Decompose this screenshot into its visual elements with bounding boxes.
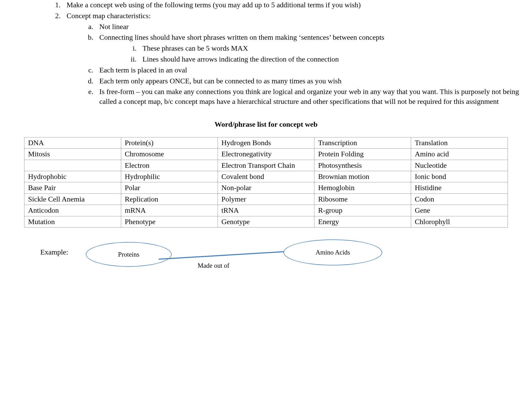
sub-d: Each term only appears ONCE, but can be … xyxy=(95,76,522,86)
table-cell: Transcription xyxy=(314,137,411,148)
table-cell: R-group xyxy=(314,205,411,216)
table-cell: Mutation xyxy=(24,216,121,227)
table-cell: Brownian motion xyxy=(314,171,411,182)
concept-bubble-proteins-text: Proteins xyxy=(118,250,139,259)
arrow-caption: Made out of xyxy=(198,261,229,270)
sub-b-ii-text: Lines should have arrows indicating the … xyxy=(142,55,339,63)
table-cell: Electron Transport Chain xyxy=(218,160,314,171)
sub-b-text: Connecting lines should have short phras… xyxy=(99,33,384,41)
terms-table-body: DNA Protein(s) Hydrogen Bonds Transcript… xyxy=(24,137,508,227)
table-cell: Hydrophilic xyxy=(121,171,218,182)
table-cell: Hydrogen Bonds xyxy=(218,137,314,148)
table-cell: Chromosome xyxy=(121,149,218,160)
sub-c: Each term is placed in an oval xyxy=(95,65,522,75)
terms-table: DNA Protein(s) Hydrogen Bonds Transcript… xyxy=(24,137,508,228)
table-row: Mutation Phenotype Genotype Energy Chlor… xyxy=(24,216,508,227)
table-cell: Translation xyxy=(411,137,508,148)
sub-e: Is free-form – you can make any connecti… xyxy=(95,87,522,106)
sub-c-text: Each term is placed in an oval xyxy=(99,66,187,74)
table-cell xyxy=(24,160,121,171)
table-cell: Anticodon xyxy=(24,205,121,216)
concept-bubble-amino-acids: Amino Acids xyxy=(283,239,382,265)
sub-e-text: Is free-form – you can make any connecti… xyxy=(99,88,519,105)
table-row: DNA Protein(s) Hydrogen Bonds Transcript… xyxy=(24,137,508,148)
svg-line-0 xyxy=(159,251,289,259)
list-item-2-text: Concept map characteristics: xyxy=(67,12,151,20)
table-row: Sickle Cell Anemia Replication Polymer R… xyxy=(24,193,508,205)
table-row: Mitosis Chromosome Electronegativity Pro… xyxy=(24,149,508,160)
table-cell: Genotype xyxy=(218,216,314,227)
sub-b-i-text: These phrases can be 5 words MAX xyxy=(142,44,248,52)
concept-bubble-amino-acids-text: Amino Acids xyxy=(316,248,350,257)
table-cell: Codon xyxy=(411,193,508,205)
table-row: Electron Electron Transport Chain Photos… xyxy=(24,160,508,171)
table-cell: Nucleotide xyxy=(411,160,508,171)
table-cell: Protein Folding xyxy=(314,149,411,160)
table-cell: Electronegativity xyxy=(218,149,314,160)
table-cell: Hemoglobin xyxy=(314,182,411,193)
table-cell: DNA xyxy=(24,137,121,148)
table-cell: Sickle Cell Anemia xyxy=(24,193,121,205)
alpha-sublist: Not linear Connecting lines should have … xyxy=(67,22,522,106)
table-cell: Histidine xyxy=(411,182,508,193)
table-cell: Protein(s) xyxy=(121,137,218,148)
table-cell: Replication xyxy=(121,193,218,205)
table-cell: Ionic bond xyxy=(411,171,508,182)
sub-a-text: Not linear xyxy=(99,23,129,31)
list-item-1-text: Make a concept web using of the followin… xyxy=(67,1,361,9)
table-cell: tRNA xyxy=(218,205,314,216)
table-cell: Hydrophobic xyxy=(24,171,121,182)
sub-b-i: These phrases can be 5 words MAX xyxy=(138,43,522,53)
sub-a: Not linear xyxy=(95,22,522,32)
table-row: Hydrophobic Hydrophilic Covalent bond Br… xyxy=(24,171,508,182)
table-cell: Chlorophyll xyxy=(411,216,508,227)
table-cell: Polymer xyxy=(218,193,314,205)
table-cell: Polar xyxy=(121,182,218,193)
table-cell: Electron xyxy=(121,160,218,171)
table-cell: Non-polar xyxy=(218,182,314,193)
top-ordered-list: Make a concept web using of the followin… xyxy=(10,0,522,106)
word-list-heading: Word/phrase list for concept web xyxy=(10,119,522,129)
document-page: Make a concept web using of the followin… xyxy=(0,0,532,298)
table-cell: Mitosis xyxy=(24,149,121,160)
list-item-1: Make a concept web using of the followin… xyxy=(62,0,522,10)
sub-b: Connecting lines should have short phras… xyxy=(95,32,522,64)
table-row: Base Pair Polar Non-polar Hemoglobin His… xyxy=(24,182,508,193)
table-cell: Amino acid xyxy=(411,149,508,160)
table-row: Anticodon mRNA tRNA R-group Gene xyxy=(24,205,508,216)
table-cell: Ribosome xyxy=(314,193,411,205)
example-label: Example: xyxy=(40,247,68,257)
roman-sublist: These phrases can be 5 words MAX Lines s… xyxy=(99,43,522,64)
table-cell: Gene xyxy=(411,205,508,216)
example-diagram: Example: Proteins Made out of Amino Acid… xyxy=(10,235,522,287)
table-cell: Photosynthesis xyxy=(314,160,411,171)
table-cell: Covalent bond xyxy=(218,171,314,182)
table-cell: Base Pair xyxy=(24,182,121,193)
sub-d-text: Each term only appears ONCE, but can be … xyxy=(99,77,342,85)
sub-b-ii: Lines should have arrows indicating the … xyxy=(138,54,522,64)
table-cell: mRNA xyxy=(121,205,218,216)
table-cell: Energy xyxy=(314,216,411,227)
list-item-2: Concept map characteristics: Not linear … xyxy=(62,11,522,106)
table-cell: Phenotype xyxy=(121,216,218,227)
